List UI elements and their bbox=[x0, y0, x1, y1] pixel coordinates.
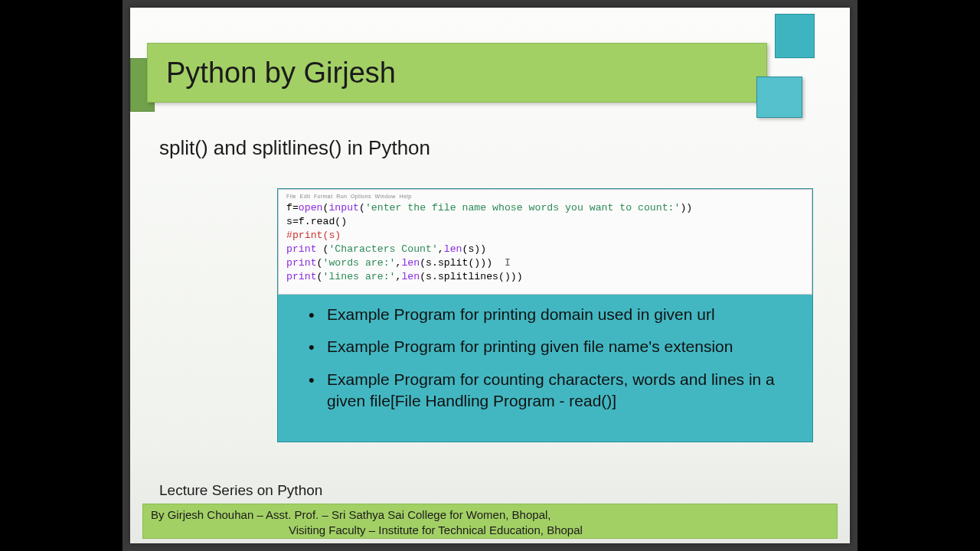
accent-square-front-icon bbox=[756, 77, 802, 118]
bullet-list: Example Program for printing domain used… bbox=[309, 304, 797, 422]
title-bar: Python by Girjesh bbox=[147, 43, 767, 103]
footer-line-2: Visiting Faculty – Institute for Technic… bbox=[151, 523, 829, 538]
slide-subtitle: split() and splitlines() in Python bbox=[159, 136, 430, 160]
accent-square-back-icon bbox=[775, 14, 815, 58]
list-item: Example Program for printing given file … bbox=[309, 336, 797, 357]
editor-menubar: File Edit Format Run Options Window Help bbox=[286, 193, 804, 200]
slide-footer: By Girjesh Chouhan – Asst. Prof. – Sri S… bbox=[142, 504, 838, 539]
list-item: Example Program for counting characters,… bbox=[309, 369, 797, 412]
text-cursor-icon: I bbox=[505, 257, 511, 269]
footer-line-1: By Girjesh Chouhan – Asst. Prof. – Sri S… bbox=[151, 508, 551, 521]
slide: Python by Girjesh split() and splitlines… bbox=[130, 8, 850, 543]
presentation-stage: Python by Girjesh split() and splitlines… bbox=[122, 0, 858, 551]
code-snippet: File Edit Format Run Options Window Help… bbox=[278, 189, 812, 295]
slide-title: Python by Girjesh bbox=[166, 57, 396, 90]
list-item: Example Program for printing domain used… bbox=[309, 304, 797, 325]
content-block: File Edit Format Run Options Window Help… bbox=[277, 188, 813, 442]
series-label: Lecture Series on Python bbox=[159, 482, 322, 499]
